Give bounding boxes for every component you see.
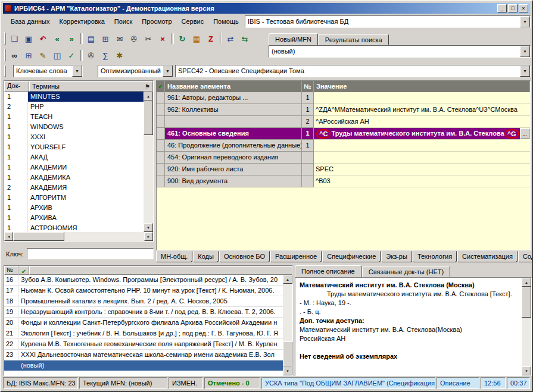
worksheet-tab[interactable]: Систематизация xyxy=(457,251,518,262)
worksheet-icon[interactable]: ▦ xyxy=(189,32,204,45)
menu-item[interactable]: Помощь xyxy=(208,17,244,26)
save-record-icon[interactable]: ▣ xyxy=(21,32,36,45)
field-value-header[interactable]: Значение xyxy=(314,81,530,92)
field-name-cell[interactable]: 962: Коллективы xyxy=(165,104,302,116)
next-record-icon[interactable]: » xyxy=(64,32,79,45)
document-vertical-scrollbar[interactable]: ▲ ▼ xyxy=(283,275,292,375)
field-name-cell[interactable]: 900: Вид документа xyxy=(165,175,302,187)
close-button[interactable]: × xyxy=(519,4,528,12)
new-record-icon[interactable]: ❏ xyxy=(7,32,21,45)
import-icon[interactable]: ⇆ xyxy=(238,32,252,45)
field-row[interactable]: 461: Основные сведения1^CТруды математич… xyxy=(157,128,530,140)
document-row[interactable]: 18Промышленный катализ в лекциях. Вып. 2… xyxy=(4,296,283,307)
toolbar-grip[interactable] xyxy=(4,32,6,45)
document-row[interactable]: 21Экология [Текст] : учебник / В. Н. Бол… xyxy=(4,328,283,339)
field-name-cell[interactable] xyxy=(165,116,302,128)
scrollbar-track[interactable] xyxy=(522,318,531,366)
scroll-up-icon[interactable]: ▲ xyxy=(283,275,292,284)
refresh-icon[interactable]: ↻ xyxy=(175,32,189,45)
undo-icon[interactable]: ↶ xyxy=(36,32,50,45)
scrollbar-track[interactable] xyxy=(64,232,144,241)
mail-icon[interactable]: ✉ xyxy=(113,32,127,45)
search-mode-combo[interactable]: Оптимизированный ▼ xyxy=(98,65,173,77)
record-tab[interactable]: Новый/MFN xyxy=(269,33,318,46)
menu-item[interactable]: Сервис xyxy=(177,17,209,26)
worksheet-tab[interactable]: Экз-ры xyxy=(381,251,412,262)
field-row[interactable]: 46: Продолжение (дополнительные данные)1 xyxy=(157,140,530,152)
field-value-cell[interactable] xyxy=(314,152,530,164)
document-row[interactable]: 20Фонды и коллекции Санкт-Петербургского… xyxy=(4,318,283,328)
worksheet-tab[interactable]: Специфические xyxy=(322,251,381,262)
dictionary-row[interactable]: 2PHP xyxy=(4,102,144,112)
scrollbar-thumb[interactable] xyxy=(144,101,153,135)
scroll-right-icon[interactable]: ► xyxy=(144,232,153,241)
field-name-cell[interactable]: 920: Имя рабочего листа xyxy=(165,164,302,175)
record-combo[interactable]: (новый) ▼ xyxy=(269,45,531,58)
field-value-cell[interactable]: ^ZДА^MМатематический институт им. В.А. С… xyxy=(314,104,530,116)
worksheet-tab[interactable]: МН-общ. xyxy=(156,251,192,262)
record-tab[interactable]: Результаты поиска xyxy=(319,34,389,45)
scroll-left-icon[interactable]: ◄ xyxy=(4,232,13,241)
dictionary-row[interactable]: 1MINUTES xyxy=(4,92,144,102)
glasses-view-icon[interactable]: ∞ xyxy=(7,49,21,62)
dictionary-row[interactable]: 1АКАД xyxy=(4,152,144,162)
dictionary-type-combo[interactable]: Ключевые слова ▼ xyxy=(13,65,83,77)
stats-icon[interactable]: ∑ xyxy=(98,49,113,62)
field-value-cell[interactable]: ^CТруды математического института им. В.… xyxy=(314,128,520,140)
document-row[interactable]: 19Неразрушающий контроль : справочник в … xyxy=(4,307,283,318)
scroll-down-icon[interactable]: ▼ xyxy=(522,366,531,375)
field-occurrence-header[interactable]: № xyxy=(302,81,314,92)
document-row[interactable]: 22Курлена М.В. Техногенные геомеханическ… xyxy=(4,339,283,350)
worksheet-tab[interactable]: Расширенное xyxy=(270,251,322,262)
dictionary-row[interactable]: 1TEACH xyxy=(4,112,144,122)
edit-view-icon[interactable]: ✎ xyxy=(36,49,50,62)
scrollbar-thumb[interactable] xyxy=(522,287,531,318)
database-combo[interactable]: IBIS - Тестовая библиотечная БД ▼ xyxy=(245,15,531,28)
chevron-down-icon[interactable]: ▼ xyxy=(163,65,173,77)
document-title-header[interactable] xyxy=(29,266,292,275)
dictionary-row[interactable]: 1АКАДЕМИКА xyxy=(4,173,144,183)
worksheet-tab[interactable]: Технология xyxy=(413,251,457,262)
document-row[interactable]: 17Ньюман К. Освой самостоятельно PHP. 10… xyxy=(4,286,283,296)
minimize-button[interactable]: _ xyxy=(497,4,507,12)
table-view-icon[interactable]: ⊞ xyxy=(21,49,36,62)
field-row[interactable]: 900: Вид документа^B03 xyxy=(157,175,530,187)
field-value-cell[interactable] xyxy=(314,92,530,104)
field-row[interactable]: 2^AРоссийская АН xyxy=(157,116,530,128)
check-record-icon[interactable]: ✓ xyxy=(64,49,79,62)
description-vertical-scrollbar[interactable]: ▲ ▼ xyxy=(522,278,531,375)
menu-item[interactable]: Поиск xyxy=(110,17,137,26)
field-name-header[interactable]: Название элемента xyxy=(165,81,302,92)
scroll-down-icon[interactable]: ▼ xyxy=(144,223,153,232)
field-row[interactable]: 961: Авторы, редакторы ...1 xyxy=(157,92,530,104)
delete-record-icon[interactable]: × xyxy=(155,32,170,45)
scrollbar-thumb[interactable] xyxy=(283,341,292,366)
menu-item[interactable]: База данных xyxy=(6,17,55,26)
field-row[interactable]: 962: Коллективы1^ZДА^MМатематический инс… xyxy=(157,104,530,116)
dictionary-row[interactable]: 1АСТРОНОМИЯ xyxy=(4,223,144,232)
scroll-down-icon[interactable]: ▼ xyxy=(283,366,292,375)
dictionary-row[interactable]: 1YOURSELF xyxy=(4,142,144,152)
scroll-up-icon[interactable]: ▲ xyxy=(522,278,531,287)
dictionary-term-header[interactable]: Термины ⚑ xyxy=(29,81,153,92)
dictionary-horizontal-scrollbar[interactable]: ◄ ► xyxy=(4,232,153,241)
field-name-cell[interactable]: 461: Основные сведения xyxy=(165,128,302,140)
print-icon[interactable]: ✇ xyxy=(127,32,141,45)
maximize-button[interactable]: □ xyxy=(508,4,518,12)
dictionary-row[interactable]: 1АРХИВА xyxy=(4,213,144,223)
document-number-header[interactable]: № xyxy=(4,266,18,275)
dictionary-row[interactable]: 2АКАДЕМИЯ xyxy=(4,183,144,193)
scroll-up-icon[interactable]: ▲ xyxy=(144,92,153,101)
dictionary-row[interactable]: 1WINDOWS xyxy=(4,122,144,132)
field-edit-button[interactable]: ... xyxy=(520,128,529,139)
dictionary-row[interactable]: 1XXXI xyxy=(4,132,144,142)
field-value-cell[interactable]: SPEC xyxy=(314,164,530,175)
settings-icon[interactable]: ✱ xyxy=(113,49,127,62)
dictionary-vertical-scrollbar[interactable]: ▲ ▼ xyxy=(144,92,153,232)
worksheet-tab[interactable]: Содерж. xyxy=(518,251,533,262)
field-value-cell[interactable] xyxy=(314,140,530,152)
chevron-down-icon[interactable]: ▼ xyxy=(520,46,530,57)
dictionary-row[interactable]: 1АЛГОРИТМ xyxy=(4,193,144,203)
export-icon[interactable]: ⇄ xyxy=(223,32,238,45)
worksheet-combo[interactable]: SPEC42 - Описание Спецификации Тома ▼ xyxy=(175,65,531,77)
